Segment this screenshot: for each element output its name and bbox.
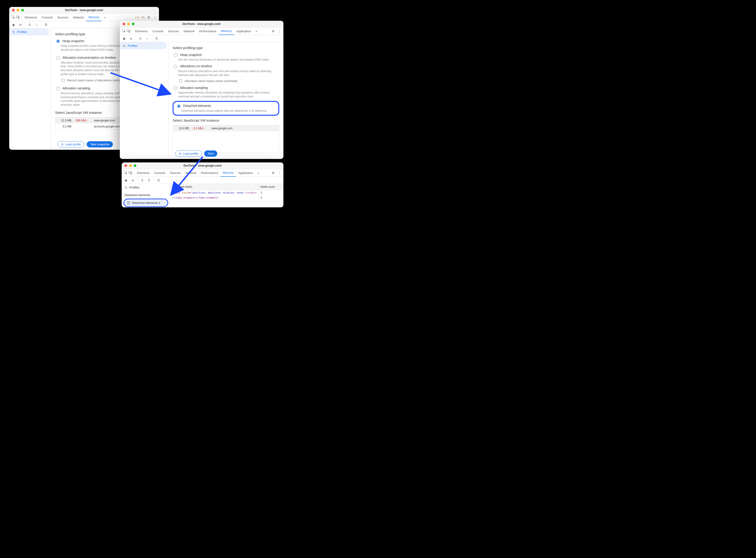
sidebar-profiles[interactable]: Profiles	[122, 184, 170, 191]
tab-network[interactable]: Network	[181, 27, 197, 35]
upload-icon[interactable]	[140, 178, 145, 182]
upload-icon[interactable]	[27, 22, 32, 27]
tab-more[interactable]: »	[255, 169, 261, 176]
tab-console[interactable]: Console	[150, 27, 166, 35]
memory-toolbar: ◉ ⊘	[122, 177, 283, 184]
minimize-btn[interactable]	[127, 23, 130, 25]
titlebar: DevTools - www.google.com/	[9, 7, 159, 14]
tab-more[interactable]: »	[102, 14, 108, 21]
radio-alloc[interactable]	[56, 56, 60, 60]
checkbox-stack-traces[interactable]	[61, 79, 65, 82]
gc-icon[interactable]	[44, 22, 48, 27]
sidebar-profiles[interactable]: Profiles	[120, 42, 167, 49]
tab-performance[interactable]: Performance	[197, 27, 219, 35]
device-toggle-icon[interactable]	[126, 29, 131, 33]
tab-elements[interactable]: Elements	[135, 169, 152, 176]
load-profile-button[interactable]: Load profile	[175, 150, 202, 157]
tab-memory[interactable]: Memory	[221, 169, 236, 177]
load-profile-button[interactable]: Load profile	[58, 141, 84, 148]
tab-application[interactable]: Application	[236, 169, 255, 176]
record-icon[interactable]: ◉	[124, 178, 128, 182]
tab-more[interactable]: »	[253, 27, 259, 35]
maximize-btn[interactable]	[134, 164, 136, 167]
gc-icon[interactable]	[154, 36, 159, 41]
tab-application[interactable]: Application	[234, 27, 253, 35]
option-heap-snapshot[interactable]: Heap snapshot See the memory distributio…	[173, 53, 279, 62]
tab-performance[interactable]: Performance	[199, 169, 220, 176]
clear-icon[interactable]: ⊘	[130, 178, 135, 182]
sidebar-profiles[interactable]: Profiles	[9, 28, 49, 35]
panel-tabs: Elements Console Sources Network Perform…	[120, 27, 283, 35]
profile-item-detached-1[interactable]: Detached elements 1	[124, 199, 168, 207]
download-icon[interactable]	[147, 178, 151, 182]
tab-console[interactable]: Console	[40, 14, 55, 21]
tab-console[interactable]: Console	[152, 169, 168, 176]
checkbox-stack-traces[interactable]	[179, 79, 182, 82]
radio-heap[interactable]	[174, 53, 177, 57]
sidebar-section-heading: Detached elements	[122, 191, 170, 198]
radio-heap[interactable]	[56, 40, 60, 43]
download-icon[interactable]	[145, 36, 150, 41]
settings-icon[interactable]: ⚙	[271, 171, 276, 175]
inspect-icon[interactable]	[11, 15, 16, 20]
device-toggle-icon[interactable]	[128, 171, 133, 175]
col-node-count[interactable]: Node count	[259, 184, 283, 190]
traffic-lights[interactable]	[124, 164, 136, 167]
radio-sampling[interactable]	[56, 87, 60, 91]
radio-alloc[interactable]	[174, 65, 177, 69]
more-menu-icon[interactable]: ⋮	[277, 29, 282, 33]
option-alloc-sampling[interactable]: Allocation sampling Approximate memory a…	[173, 85, 279, 99]
alloc-checkbox-row[interactable]: Allocation stack traces (more overhead)	[178, 79, 279, 83]
minimize-btn[interactable]	[17, 9, 19, 11]
upload-icon[interactable]	[138, 36, 143, 41]
inspect-icon[interactable]	[122, 29, 126, 33]
option-detached-elements[interactable]: Detached elements Detached elements show…	[176, 104, 276, 113]
tab-network[interactable]: Network	[71, 14, 86, 21]
table-row[interactable]: ●<fake-element></fake-element> 1	[170, 195, 283, 200]
settings-icon[interactable]: ⚙	[271, 29, 276, 33]
record-icon[interactable]: ◉	[122, 36, 126, 41]
table-row[interactable]: ●<div style="position: absolute; display…	[170, 190, 283, 195]
sliders-icon	[124, 186, 128, 189]
maximize-btn[interactable]	[21, 9, 24, 11]
traffic-lights[interactable]	[123, 23, 134, 25]
col-detached-nodes[interactable]: Detached nodes	[170, 184, 259, 190]
take-snapshot-button[interactable]: Take snapshot	[86, 141, 113, 148]
traffic-lights[interactable]	[12, 9, 24, 11]
window-title: DevTools - www.google.com/	[122, 164, 283, 167]
tab-memory[interactable]: Memory	[219, 27, 234, 35]
gc-icon[interactable]	[156, 178, 161, 182]
more-menu-icon[interactable]: ⋮	[277, 171, 282, 175]
radio-detached[interactable]	[177, 104, 181, 108]
close-btn[interactable]	[124, 164, 127, 167]
warnings-badge[interactable]: 1	[134, 16, 139, 19]
tab-sources[interactable]: Sources	[166, 27, 181, 35]
sliders-icon	[12, 30, 15, 34]
sidebar: Profiles	[9, 28, 51, 150]
device-toggle-icon[interactable]	[16, 15, 20, 20]
tab-sources[interactable]: Sources	[168, 169, 183, 176]
close-btn[interactable]	[12, 9, 15, 11]
vm-row[interactable]: 13.0 MB ↓3.1 kB/s www.google.com	[173, 125, 279, 131]
close-btn[interactable]	[123, 23, 125, 25]
tab-sources[interactable]: Sources	[55, 14, 71, 21]
start-button[interactable]: Start	[204, 150, 217, 157]
download-icon[interactable]	[34, 22, 39, 27]
tab-elements[interactable]: Elements	[133, 27, 150, 35]
maximize-btn[interactable]	[132, 23, 134, 25]
tab-elements[interactable]: Elements	[22, 14, 40, 21]
clear-icon[interactable]: ⊘	[129, 36, 133, 41]
radio-sampling[interactable]	[174, 86, 177, 90]
tab-memory[interactable]: Memory	[86, 14, 102, 21]
more-menu-icon[interactable]: ⋮	[153, 15, 157, 20]
titlebar: DevTools - www.google.com/	[122, 162, 283, 169]
record-icon[interactable]: ◉	[11, 22, 16, 27]
inspect-icon[interactable]	[124, 171, 128, 175]
svg-rect-21	[127, 202, 130, 204]
option-alloc-timeline[interactable]: Allocations on timeline Record memory al…	[173, 64, 279, 83]
clear-icon[interactable]: ⊘	[18, 22, 23, 27]
tab-network[interactable]: Network	[183, 169, 199, 176]
settings-icon[interactable]: ⚙	[147, 15, 151, 20]
minimize-btn[interactable]	[129, 164, 132, 167]
errors-badge[interactable]: 1	[141, 16, 145, 19]
